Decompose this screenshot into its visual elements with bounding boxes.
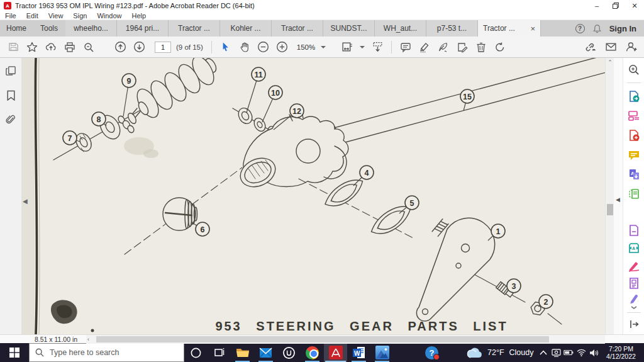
horizontal-scrollbar[interactable]: ‹ bbox=[86, 335, 605, 344]
scroll-left-arrow[interactable]: ‹ bbox=[87, 335, 89, 344]
tab-8[interactable]: WH_aut... bbox=[375, 20, 426, 37]
comment-tool-icon[interactable] bbox=[397, 39, 414, 55]
tab-10[interactable]: Tractor ...× bbox=[478, 20, 541, 37]
taskbar-clock[interactable]: 7:20 PM 4/12/2022 bbox=[601, 345, 640, 360]
tab-6[interactable]: Tractor ... bbox=[272, 20, 323, 37]
email-icon[interactable] bbox=[602, 39, 619, 55]
restore-button[interactable] bbox=[606, 0, 625, 11]
sign-tool-icon[interactable] bbox=[435, 39, 452, 55]
tab-5[interactable]: Kohler ... bbox=[220, 20, 272, 37]
tab-label: Kohler ... bbox=[230, 24, 260, 33]
zoom-in-icon[interactable] bbox=[274, 39, 291, 55]
stamp-tool-icon[interactable] bbox=[628, 277, 640, 290]
taskbar-weather[interactable]: 72°F Cloudy bbox=[462, 343, 537, 362]
combine-files-icon[interactable]: A bbox=[628, 168, 640, 181]
fit-dropdown-caret[interactable] bbox=[360, 46, 365, 48]
tab-close-icon[interactable]: × bbox=[530, 24, 535, 33]
create-pdf-icon[interactable] bbox=[628, 129, 640, 142]
menu-edit[interactable]: Edit bbox=[26, 12, 38, 20]
menu-window[interactable]: Window bbox=[97, 12, 121, 20]
search-tools-icon[interactable] bbox=[628, 63, 640, 76]
notifications-bell-icon[interactable] bbox=[592, 24, 602, 33]
action-center-button[interactable] bbox=[641, 348, 644, 358]
next-page-icon[interactable] bbox=[131, 39, 147, 55]
tab-7[interactable]: SUNDST... bbox=[323, 20, 375, 37]
scrolling-mode-icon[interactable] bbox=[369, 39, 386, 55]
print-icon[interactable] bbox=[62, 39, 78, 55]
organize-pages-icon[interactable] bbox=[628, 188, 640, 200]
vertical-scroll-thumb[interactable] bbox=[607, 204, 613, 215]
tab-3[interactable]: 1964 pri... bbox=[117, 20, 169, 37]
file-explorer-button[interactable] bbox=[231, 343, 254, 362]
right-pane-collapse-arrow[interactable]: ◀ bbox=[616, 196, 620, 203]
delete-pages-icon[interactable] bbox=[473, 39, 489, 55]
scroll-up-arrow[interactable]: ⌃ bbox=[606, 59, 614, 65]
tab-label: Tools bbox=[40, 24, 58, 33]
cortana-button[interactable] bbox=[184, 343, 208, 362]
menu-sign[interactable]: Sign bbox=[73, 12, 87, 20]
menu-help[interactable]: Help bbox=[132, 12, 147, 20]
meet-now-icon[interactable] bbox=[550, 349, 562, 357]
more-tools-icon[interactable] bbox=[628, 295, 640, 307]
find-icon[interactable] bbox=[80, 39, 97, 55]
tab-1[interactable]: Tools bbox=[33, 20, 65, 37]
page-number-input[interactable] bbox=[155, 42, 171, 53]
task-view-button[interactable] bbox=[208, 343, 231, 362]
export-pdf-icon[interactable] bbox=[628, 90, 640, 103]
organize-pdf-icon[interactable] bbox=[628, 224, 640, 237]
diagram-caption: 953 STEERING GEAR PARTS LIST bbox=[215, 319, 508, 333]
svg-text:4: 4 bbox=[365, 169, 369, 178]
select-tool-icon[interactable] bbox=[218, 39, 234, 55]
circular-app-button[interactable] bbox=[277, 343, 301, 362]
share-link-icon[interactable] bbox=[582, 39, 599, 55]
bookmarks-icon[interactable] bbox=[6, 90, 16, 101]
photos-button[interactable] bbox=[370, 343, 394, 362]
edit-page-icon[interactable] bbox=[454, 39, 470, 55]
menu-view[interactable]: View bbox=[48, 12, 64, 20]
save-icon[interactable] bbox=[5, 39, 21, 55]
left-pane-collapse-arrow[interactable]: ◀ bbox=[23, 198, 28, 205]
favorite-star-icon[interactable] bbox=[24, 39, 40, 55]
page-thumbnails-icon[interactable] bbox=[6, 65, 16, 76]
rotate-pages-icon[interactable] bbox=[492, 39, 508, 55]
zoom-dropdown-caret[interactable] bbox=[321, 46, 326, 48]
fill-sign-icon[interactable] bbox=[628, 259, 640, 272]
wifi-icon[interactable] bbox=[575, 349, 587, 356]
battery-icon[interactable] bbox=[562, 349, 575, 356]
acrobat-taskbar-button[interactable] bbox=[324, 343, 347, 362]
chrome-button[interactable] bbox=[301, 343, 324, 362]
comment-panel-icon[interactable] bbox=[628, 149, 640, 161]
attachments-icon[interactable] bbox=[6, 115, 16, 125]
volume-icon[interactable] bbox=[587, 349, 600, 357]
horizontal-scroll-thumb[interactable] bbox=[96, 336, 549, 342]
get-help-button[interactable]: ? bbox=[420, 343, 443, 362]
taskbar-search[interactable]: Type here to search bbox=[29, 343, 184, 362]
hand-tool-icon[interactable] bbox=[236, 39, 253, 55]
menu-file[interactable]: File bbox=[5, 12, 16, 20]
compress-pdf-icon[interactable]: A bbox=[628, 242, 640, 254]
tray-chevron-icon[interactable] bbox=[537, 350, 550, 355]
fit-page-icon[interactable] bbox=[339, 39, 355, 55]
mail-button[interactable] bbox=[254, 343, 277, 362]
vertical-scrollbar[interactable]: ⌃ bbox=[605, 58, 614, 334]
edit-pdf-icon[interactable] bbox=[628, 110, 640, 122]
word-button[interactable]: W bbox=[347, 343, 370, 362]
document-viewport[interactable]: 12345678910111215 953 STEERING GEAR PART… bbox=[22, 58, 605, 334]
sign-in-button[interactable]: Sign In bbox=[609, 24, 636, 33]
help-icon[interactable]: ? bbox=[575, 24, 585, 33]
zoom-level-value[interactable]: 150% bbox=[297, 43, 315, 51]
share-upload-icon[interactable] bbox=[43, 39, 59, 55]
tab-0[interactable]: Home bbox=[0, 20, 33, 37]
close-button[interactable]: ✕ bbox=[625, 0, 644, 11]
tab-2[interactable]: wheelho... bbox=[65, 20, 117, 37]
start-button[interactable] bbox=[0, 343, 29, 362]
tab-4[interactable]: Tractor ... bbox=[169, 20, 220, 37]
toolbar: (9 of 15) 150% bbox=[0, 37, 644, 58]
previous-page-icon[interactable] bbox=[112, 39, 128, 55]
minimize-button[interactable]: – bbox=[587, 0, 606, 11]
zoom-out-icon[interactable] bbox=[255, 39, 272, 55]
highlight-tool-icon[interactable] bbox=[416, 39, 433, 55]
open-tools-pane-icon[interactable] bbox=[628, 318, 640, 331]
tab-9[interactable]: p7-53 t... bbox=[426, 20, 478, 37]
user-account-icon[interactable] bbox=[623, 39, 639, 55]
